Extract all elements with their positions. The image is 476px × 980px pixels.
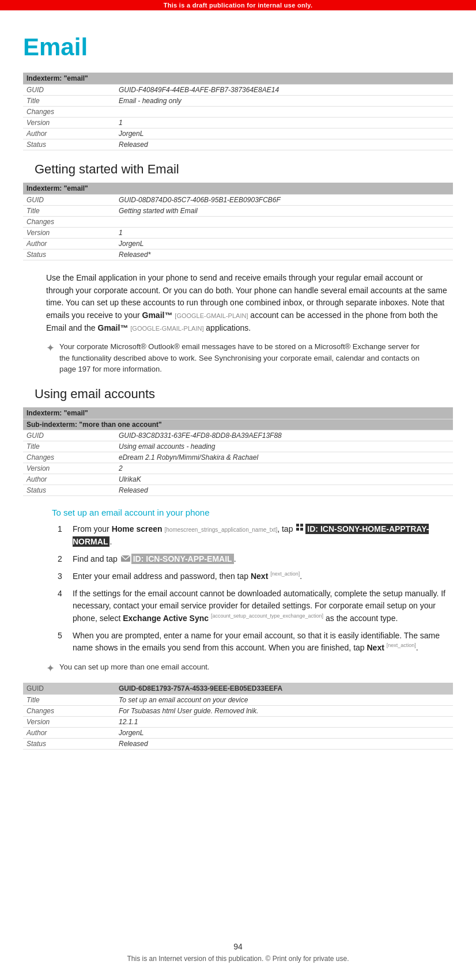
icon-id-email: ID: ICN-SONY-APP-EMAIL [131, 554, 234, 564]
step-1-content: From your Home screen [homescreen_string… [73, 523, 453, 548]
step-5: 5 When you are prompted, enter a name fo… [58, 630, 453, 654]
step-2-content: Find and tap ID: ICN-SONY-APP-EMAIL. [73, 553, 453, 566]
meta-table-1: Indexterm: "email" GUIDGUID-F40849F4-44E… [23, 73, 453, 150]
step-3-content: Enter your email address and password, t… [73, 570, 453, 583]
tip-icon-2: ✦ [46, 662, 55, 675]
step-4-num: 4 [58, 588, 66, 600]
tip-text-1: Your corporate Microsoft® Outlook® email… [59, 341, 430, 375]
svg-rect-1 [300, 524, 303, 527]
svg-rect-2 [296, 528, 299, 531]
tip-icon-1: ✦ [46, 342, 55, 354]
draft-banner-text: This is a draft publication for internal… [164, 2, 313, 9]
step-1: 1 From your Home screen [homescreen_stri… [58, 523, 453, 548]
tip-box-2: ✦ You can set up more than one email acc… [46, 661, 430, 675]
meta-table-section2: Indexterm: "email" Sub-indexterm: "more … [23, 407, 453, 496]
step-3: 3 Enter your email address and password,… [58, 570, 453, 583]
tip-text-2: You can set up more than one email accou… [59, 661, 209, 673]
draft-banner: This is a draft publication for internal… [0, 0, 476, 10]
svg-rect-0 [296, 524, 299, 527]
sub-section-heading: To set up an email account in your phone [23, 508, 453, 517]
section1-heading: Getting started with Email [23, 162, 453, 177]
step-3-num: 3 [58, 570, 66, 583]
page-title: Email [23, 33, 453, 61]
step-5-content: When you are prompted, enter a name for … [73, 630, 453, 654]
meta-table-section2-header2: Sub-indexterm: "more than one account" [23, 419, 453, 430]
section2-heading: Using email accounts [23, 387, 453, 402]
step-2: 2 Find and tap ID: ICN-SONY-APP-EMAIL. [58, 553, 453, 566]
meta-table-1-header: Indexterm: "email" [23, 73, 453, 85]
meta-table-section2-header1: Indexterm: "email" [23, 407, 453, 419]
page-number: 94 [0, 942, 476, 951]
page-footer: 94 This is an Internet version of this p… [0, 942, 476, 963]
grid-icon [296, 524, 304, 532]
step-1-num: 1 [58, 523, 66, 536]
email-icon [121, 555, 130, 562]
svg-rect-3 [300, 528, 303, 531]
step-4-content: If the settings for the email account ca… [73, 588, 453, 625]
copyright-text: This is an Internet version of this publ… [0, 955, 476, 963]
step-2-num: 2 [58, 553, 66, 566]
step-5-num: 5 [58, 630, 66, 642]
tip-box-1: ✦ Your corporate Microsoft® Outlook® ema… [46, 341, 430, 375]
numbered-steps: 1 From your Home screen [homescreen_stri… [23, 523, 453, 654]
meta-table-section1: Indexterm: "email" GUIDGUID-08D874D0-85C… [23, 183, 453, 260]
meta-table-section1-header: Indexterm: "email" [23, 183, 453, 195]
step-4: 4 If the settings for the email account … [58, 588, 453, 625]
section1-body: Use the Email application in your phone … [23, 272, 453, 334]
meta-table-section2b: GUIDGUID-6D8E1793-757A-4533-9EEE-EB05ED3… [23, 683, 453, 750]
